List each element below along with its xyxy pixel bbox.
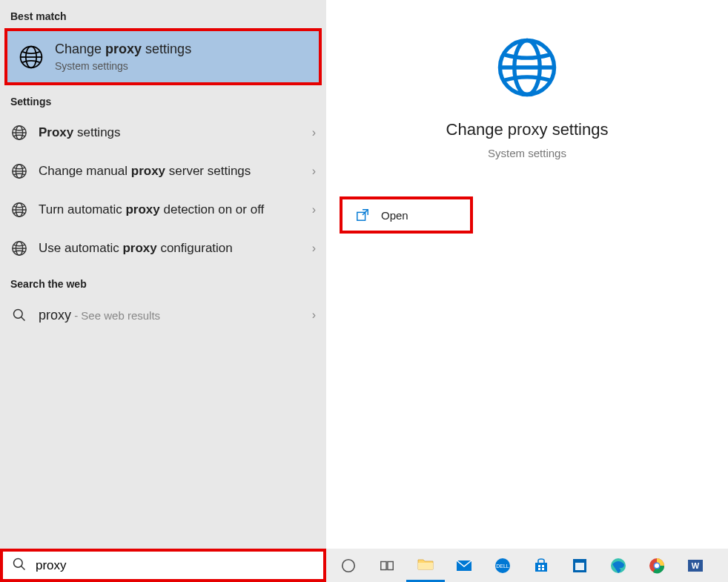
taskbar-search-input[interactable] — [36, 558, 314, 573]
settings-item-proxy[interactable]: Proxy settings › — [0, 113, 326, 152]
settings-header: Settings — [0, 85, 326, 113]
chevron-right-icon: › — [312, 165, 316, 178]
svg-rect-36 — [575, 563, 584, 570]
detail-panel: Change proxy settings System settings Op… — [326, 0, 728, 549]
cortana-icon[interactable] — [329, 549, 368, 582]
web-term: proxy — [39, 308, 71, 323]
svg-rect-31 — [538, 565, 540, 567]
best-match-text: Change proxy settings System settings — [55, 42, 308, 72]
detail-subtitle: System settings — [488, 147, 566, 159]
edge-icon[interactable] — [599, 549, 638, 582]
svg-rect-26 — [388, 561, 393, 569]
svg-point-40 — [655, 563, 659, 568]
svg-point-24 — [343, 559, 355, 572]
web-search-item[interactable]: proxy - See web results › — [0, 296, 326, 334]
search-icon — [10, 306, 28, 324]
svg-rect-27 — [418, 563, 433, 569]
word-icon[interactable]: W — [676, 549, 715, 582]
chrome-icon[interactable] — [638, 549, 676, 582]
open-button[interactable]: Open — [340, 196, 473, 234]
chevron-right-icon: › — [312, 203, 316, 216]
store-icon[interactable] — [522, 549, 560, 582]
taskbar: DELL W — [0, 549, 728, 582]
globe-icon — [10, 162, 28, 180]
svg-text:DELL: DELL — [496, 563, 509, 569]
best-match-title-pre: Change — [55, 42, 105, 56]
svg-rect-32 — [542, 565, 544, 567]
company-portal-icon[interactable] — [560, 549, 599, 582]
globe-icon — [10, 201, 28, 219]
globe-icon — [18, 44, 44, 70]
best-match-header: Best match — [0, 0, 326, 28]
mail-icon[interactable] — [445, 549, 483, 582]
chevron-right-icon: › — [312, 308, 316, 322]
best-match-title-post: settings — [142, 42, 191, 56]
search-icon — [12, 557, 27, 575]
globe-icon — [10, 124, 28, 142]
open-label: Open — [381, 209, 408, 222]
chevron-right-icon: › — [312, 126, 316, 139]
file-explorer-icon[interactable] — [406, 549, 445, 582]
settings-item-manual-proxy[interactable]: Change manual proxy server settings › — [0, 152, 326, 191]
best-match-title-bold: proxy — [105, 42, 142, 56]
svg-rect-25 — [381, 561, 386, 569]
search-results-panel: Best match Change proxy settings System … — [0, 0, 326, 549]
task-view-icon[interactable] — [368, 549, 406, 582]
dell-icon[interactable]: DELL — [483, 549, 522, 582]
detail-title: Change proxy settings — [446, 120, 609, 139]
svg-point-15 — [14, 310, 23, 319]
svg-rect-34 — [542, 568, 544, 570]
search-web-header: Search the web — [0, 268, 326, 296]
chevron-right-icon: › — [312, 242, 316, 255]
globe-icon — [495, 36, 559, 99]
globe-icon — [10, 239, 28, 257]
open-icon — [356, 208, 369, 222]
svg-rect-33 — [538, 568, 540, 570]
settings-item-auto-detection[interactable]: Turn automatic proxy detection on or off… — [0, 191, 326, 229]
best-match-subtitle: System settings — [55, 60, 308, 72]
svg-line-16 — [21, 317, 25, 321]
settings-item-auto-config[interactable]: Use automatic proxy configuration › — [0, 229, 326, 268]
taskbar-search-box[interactable] — [0, 549, 326, 582]
svg-point-22 — [14, 558, 23, 567]
web-hint: - See web results — [71, 309, 160, 322]
svg-line-23 — [21, 566, 25, 569]
best-match-item[interactable]: Change proxy settings System settings — [4, 28, 322, 85]
svg-text:W: W — [692, 561, 700, 570]
